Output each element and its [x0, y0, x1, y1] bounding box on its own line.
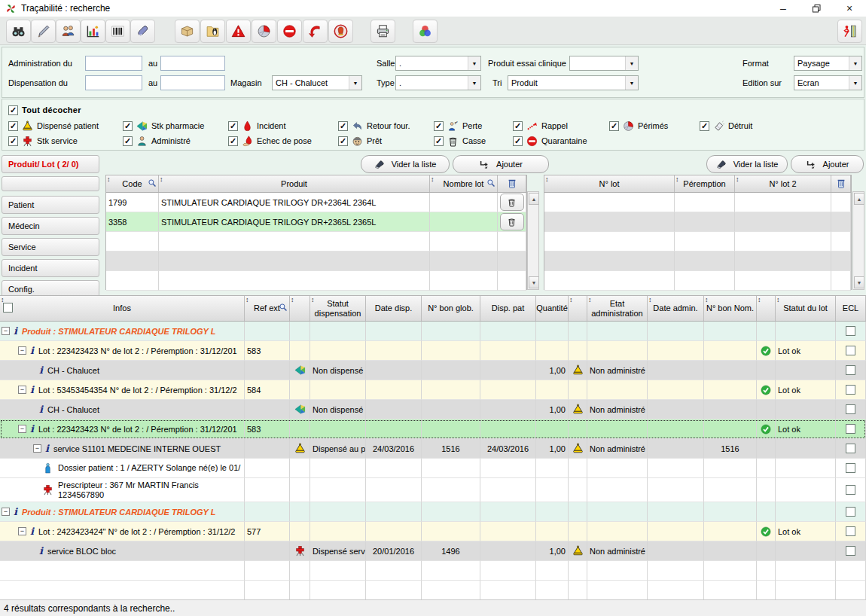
column-header-etat_admin[interactable]: ↕Etat administration — [587, 296, 648, 321]
filter-undo-item[interactable]: ✓Retour four. — [338, 120, 410, 132]
essai-select[interactable]: ▼ — [569, 56, 639, 71]
column-header-bon_nom[interactable]: ↕N° bon Nom. — [704, 296, 757, 321]
result-row-lot[interactable]: −iLot : 223423423 N° de lot 2 : / Péremp… — [0, 419, 866, 439]
salle-select[interactable]: .▼ — [395, 56, 481, 71]
sidebar-item-service[interactable]: Service — [2, 238, 99, 256]
filter-trash-can-item[interactable]: ✓Casse — [434, 135, 486, 147]
checkbox[interactable]: ✓ — [513, 136, 523, 146]
result-row-empty[interactable] — [0, 581, 866, 600]
filter-face-item[interactable]: ✓Prêt — [338, 135, 382, 147]
toolbar-printer-button[interactable] — [370, 20, 395, 43]
toolbar-stats-button[interactable] — [81, 20, 105, 43]
result-row-product[interactable]: −iProduit : STIMULATEUR CARDIAQUE TRILOG… — [0, 502, 866, 522]
collapse-icon[interactable]: − — [2, 327, 10, 335]
column-header-quantite[interactable]: Quantité — [536, 296, 569, 321]
column-header-date_disp[interactable]: Date disp. — [366, 296, 422, 321]
column-header[interactable]: ↕Produit — [159, 175, 430, 192]
column-header-date_admin[interactable]: ↕Date admin. — [648, 296, 704, 321]
info-icon[interactable]: i — [45, 443, 49, 454]
result-row-service[interactable]: iservice BLOC blocDispensé servic20/01/2… — [0, 541, 866, 561]
ecl-checkbox[interactable] — [846, 463, 855, 473]
add-product-button[interactable]: Ajouter — [453, 155, 549, 173]
administration-from-input[interactable] — [85, 56, 142, 71]
filter-red-cross-item[interactable]: ✓Stk service — [8, 135, 78, 147]
filter-bell-item[interactable]: ✓Dispensé patient — [8, 120, 99, 132]
delete-product-button[interactable] — [500, 194, 524, 211]
close-button[interactable]: × — [833, 0, 866, 17]
result-row-product[interactable]: −iProduit : STIMULATEUR CARDIAQUE TRILOG… — [0, 322, 866, 341]
toolbar-exit-button[interactable] — [837, 20, 862, 43]
toolbar-package-button[interactable] — [175, 20, 200, 43]
column-header[interactable]: ↕N° lot — [544, 175, 675, 192]
column-header[interactable]: ↕Péremption — [675, 175, 735, 192]
collapse-icon[interactable]: − — [33, 444, 41, 453]
info-icon[interactable]: i — [30, 384, 34, 395]
checkbox[interactable]: ✓ — [513, 121, 523, 131]
ecl-checkbox[interactable] — [846, 444, 855, 453]
ecl-checkbox[interactable] — [846, 485, 855, 495]
result-row-empty[interactable] — [0, 561, 866, 581]
result-row-stock[interactable]: iCH - ChalucetNon dispensé1,00Non admini… — [0, 400, 866, 419]
toolbar-quarantine-button[interactable] — [277, 20, 302, 43]
ecl-checkbox[interactable] — [846, 526, 855, 536]
toolbar-destroy-stop-button[interactable] — [328, 20, 353, 43]
column-header-ref_ext[interactable]: ↕Ref ext — [245, 296, 290, 321]
checkbox[interactable]: ✓ — [338, 136, 348, 146]
toolbar-loan-doc-button[interactable] — [200, 20, 225, 43]
info-icon[interactable]: i — [30, 423, 34, 435]
info-icon[interactable]: i — [39, 545, 43, 557]
lot-table-scrollbar[interactable]: ▲▼ — [852, 191, 864, 290]
ecl-checkbox[interactable] — [846, 346, 855, 355]
checkbox[interactable]: ✓ — [434, 121, 444, 131]
toolbar-recall-undo-button[interactable] — [303, 20, 328, 43]
sidebar-item-mdecin[interactable]: Médecin — [2, 217, 99, 235]
info-icon[interactable]: i — [14, 506, 17, 517]
checkbox[interactable]: ✓ — [228, 121, 238, 131]
result-row-lot[interactable]: −iLot : 53453454354 N° de lot 2 : / Pére… — [0, 380, 866, 400]
ecl-checkbox[interactable] — [846, 385, 855, 395]
filter-recall-arrows-item[interactable]: ✓Rappel — [513, 120, 568, 132]
info-icon[interactable]: i — [30, 345, 34, 356]
toolbar-patients-button[interactable] — [56, 20, 81, 43]
checkbox[interactable]: ✓ — [123, 121, 133, 131]
edition-select[interactable]: Ecran▼ — [794, 75, 862, 90]
magasin-select[interactable]: CH - Chalucet▼ — [272, 75, 362, 90]
collapse-icon[interactable]: − — [18, 346, 26, 355]
info-icon[interactable]: i — [39, 364, 43, 376]
column-header-infos[interactable]: ↕Infos — [0, 296, 245, 321]
collapse-icon[interactable]: − — [18, 386, 26, 394]
toolbar-colors-button[interactable] — [413, 20, 438, 43]
filter-drop-hand-item[interactable]: ✓Echec de pose — [228, 135, 312, 147]
column-header[interactable]: ↕Nombre lot — [430, 175, 498, 192]
checkbox[interactable]: ✓ — [8, 121, 18, 131]
toolbar-incident-warning-button[interactable] — [226, 20, 251, 43]
result-row-lot[interactable]: −iLot : 223423423 N° de lot 2 : / Péremp… — [0, 341, 866, 361]
clear-lot-list-button[interactable]: Vider la liste — [706, 155, 788, 173]
master-uncheck-item[interactable]: ✓Tout décocher — [8, 104, 81, 116]
column-header[interactable] — [498, 175, 526, 192]
toolbar-pencil-button[interactable] — [31, 20, 56, 43]
filter-drop-item[interactable]: ✓Incident — [228, 120, 286, 132]
ecl-checkbox[interactable] — [846, 424, 855, 434]
filter-person-item[interactable]: ✓Administré — [123, 135, 191, 147]
column-header[interactable]: ↕N° lot 2 — [735, 175, 831, 192]
column-header-icon3[interactable]: ↕ — [757, 296, 776, 321]
toolbar-binoculars-button[interactable] — [6, 20, 31, 43]
format-select[interactable]: Paysage▼ — [794, 56, 862, 71]
ecl-checkbox[interactable] — [846, 404, 855, 414]
scroll-down-icon[interactable]: ▼ — [854, 276, 864, 288]
toolbar-expired-pie-button[interactable] — [252, 20, 276, 43]
clear-product-list-button[interactable]: Vider la liste — [361, 155, 450, 173]
sidebar-item-blank[interactable] — [2, 176, 99, 191]
column-header-icon2[interactable]: ↕ — [569, 296, 587, 321]
sidebar-item-produit-lot[interactable]: Produit/ Lot ( 2/ 0) — [2, 155, 99, 173]
administration-to-input[interactable] — [160, 56, 225, 71]
checkbox[interactable]: ✓ — [228, 136, 238, 146]
scroll-up-icon[interactable]: ▲ — [529, 193, 539, 205]
column-header-disp_pat[interactable]: Disp. pat — [480, 296, 536, 321]
dispensation-to-input[interactable] — [160, 75, 225, 90]
ecl-checkbox[interactable] — [846, 365, 855, 375]
checkbox[interactable]: ✓ — [8, 136, 18, 146]
dispensation-from-input[interactable] — [85, 75, 142, 90]
column-header[interactable] — [831, 175, 851, 192]
